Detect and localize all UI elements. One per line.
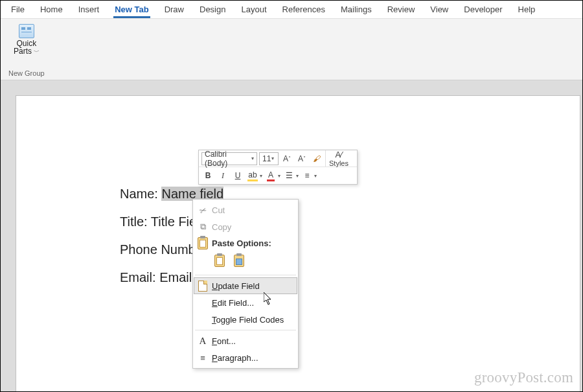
ribbon-tab-file[interactable]: File — [3, 1, 32, 17]
menu-paste-options-header: Paste Options: — [194, 235, 297, 273]
font-color-button[interactable]: A — [264, 169, 277, 182]
menu-toggle-field-codes[interactable]: Toggle Field Codes — [194, 311, 297, 328]
menu-separator — [195, 330, 296, 330]
ribbon-tabs: File Home Insert New Tab Draw Design Lay… — [1, 1, 582, 19]
bold-button[interactable]: B — [201, 169, 214, 182]
numbering-dropdown[interactable]: ▾ — [314, 173, 317, 179]
styles-button[interactable]: A⁄ Styles — [325, 150, 352, 167]
italic-button[interactable]: I — [216, 169, 229, 182]
blank-icon — [196, 313, 209, 326]
doc-line-name[interactable]: Name: Name field — [120, 187, 580, 202]
menu-edit-field-label: Edit Field... — [212, 298, 254, 308]
underline-button[interactable]: U — [231, 169, 244, 182]
grow-font-button[interactable]: A˄ — [280, 152, 293, 165]
doc-line-title[interactable]: Title: Title Field — [120, 214, 580, 229]
menu-separator — [195, 275, 296, 275]
document-icon — [196, 279, 209, 292]
menu-font-label: Font... — [212, 336, 236, 346]
menu-copy[interactable]: ⧉ Copy — [194, 218, 297, 235]
ribbon-tab-draw[interactable]: Draw — [157, 1, 192, 17]
ribbon-tab-help[interactable]: Help — [510, 1, 543, 17]
menu-update-field[interactable]: Update Field — [194, 277, 297, 294]
blank-icon — [196, 296, 209, 309]
menu-cut[interactable]: ✂ Cut — [194, 202, 297, 218]
label-email: Email: — [120, 270, 159, 284]
shrink-font-button[interactable]: A˅ — [295, 152, 308, 165]
doc-line-phone[interactable]: Phone Number — [120, 242, 580, 257]
label-name: Name: — [120, 187, 161, 201]
ribbon-tab-references[interactable]: References — [275, 1, 333, 17]
highlight-dropdown[interactable]: ▾ — [260, 173, 262, 179]
font-color-dropdown[interactable]: ▾ — [278, 173, 280, 179]
paste-icon — [196, 236, 209, 249]
doc-line-email[interactable]: Email: Email Fie — [120, 270, 580, 285]
scissors-icon: ✂ — [194, 202, 211, 218]
ribbon-tab-newtab[interactable]: New Tab — [107, 1, 157, 17]
font-a-icon: A — [196, 334, 209, 347]
clipboard-picture-icon — [234, 255, 244, 267]
bullets-button[interactable]: ☰ — [282, 169, 295, 182]
mini-toolbar: Calibri (Body)▾ 11▾ A˄ A˅ 🖌 A⁄ Styles B … — [198, 150, 358, 185]
ribbon-tab-developer[interactable]: Developer — [456, 1, 510, 17]
menu-paragraph-label: Paragraph... — [212, 353, 258, 363]
quick-parts-icon — [19, 24, 34, 38]
copy-icon: ⧉ — [196, 220, 209, 233]
paste-picture[interactable] — [231, 252, 247, 269]
highlight-button[interactable]: ab — [246, 169, 259, 182]
ribbon-body: Quick Parts ﹀ New Group — [1, 19, 582, 80]
menu-update-field-label: Update Field — [212, 281, 260, 291]
paste-options-label: Paste Options: — [212, 238, 271, 248]
numbering-button[interactable]: ≡ — [301, 169, 314, 182]
menu-cut-label: Cut — [212, 205, 225, 215]
context-menu: ✂ Cut ⧉ Copy Paste Options: Update Field… — [192, 199, 299, 369]
paste-keep-formatting[interactable] — [212, 252, 227, 269]
clipboard-icon — [214, 255, 225, 267]
menu-paragraph[interactable]: ≡ Paragraph... — [194, 349, 297, 366]
quick-parts-label: Quick Parts ﹀ — [14, 40, 40, 56]
ribbon-tab-home[interactable]: Home — [32, 1, 71, 17]
ribbon-tab-view[interactable]: View — [422, 1, 456, 17]
bullets-dropdown[interactable]: ▾ — [296, 173, 299, 179]
menu-toggle-codes-label: Toggle Field Codes — [212, 315, 284, 325]
font-name-combo[interactable]: Calibri (Body)▾ — [201, 152, 257, 165]
menu-edit-field[interactable]: Edit Field... — [194, 294, 297, 311]
ribbon-tab-design[interactable]: Design — [192, 1, 233, 17]
ribbon-tab-review[interactable]: Review — [380, 1, 423, 17]
menu-font[interactable]: A Font... — [194, 332, 297, 349]
ribbon-tab-layout[interactable]: Layout — [233, 1, 274, 17]
ribbon-group-label: New Group — [8, 69, 45, 77]
quick-parts-button[interactable]: Quick Parts ﹀ — [12, 23, 41, 57]
menu-copy-label: Copy — [212, 222, 231, 232]
ribbon-tab-insert[interactable]: Insert — [71, 1, 108, 17]
label-title: Title: — [120, 214, 151, 229]
font-size-combo[interactable]: 11▾ — [259, 152, 279, 165]
format-painter-button[interactable]: 🖌 — [310, 152, 323, 165]
ribbon-tab-mailings[interactable]: Mailings — [333, 1, 380, 17]
paragraph-icon: ≡ — [196, 351, 209, 364]
ribbon-group-new: Quick Parts ﹀ New Group — [5, 21, 49, 78]
